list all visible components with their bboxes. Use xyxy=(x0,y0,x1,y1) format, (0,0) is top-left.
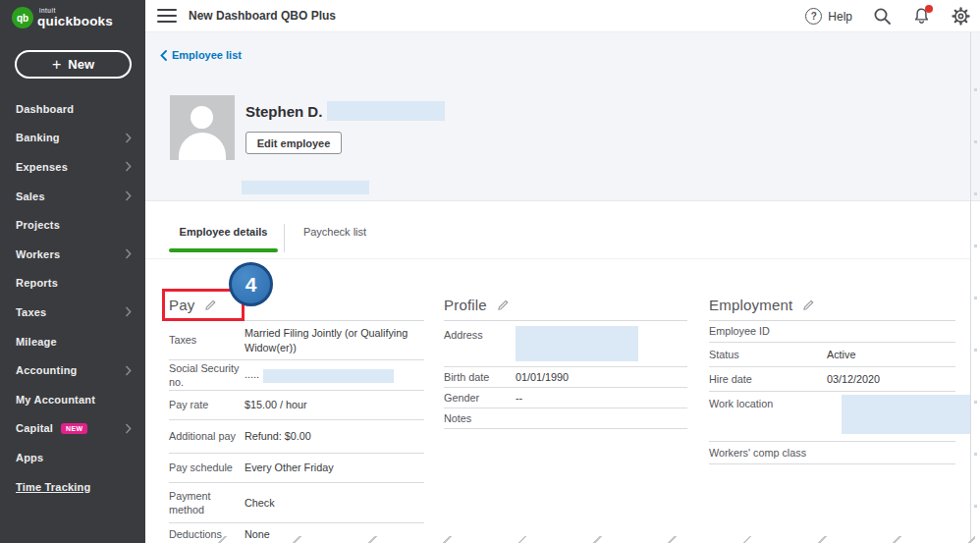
sidebar-item-apps[interactable]: Apps xyxy=(0,443,145,472)
detail-row-hire-date: Hire date03/12/2020 xyxy=(709,367,955,392)
sidebar-item-label: Projects xyxy=(16,219,60,231)
detail-label: Work location xyxy=(709,392,827,410)
sidebar-item-banking[interactable]: Banking xyxy=(0,124,145,153)
sidebar-item-dashboard[interactable]: Dashboard xyxy=(0,94,145,124)
detail-value: -- xyxy=(516,391,687,405)
detail-value-text: $15.00 / hour xyxy=(245,399,307,410)
tab-employee-details[interactable]: Employee details xyxy=(169,226,278,238)
plus-icon: + xyxy=(52,57,61,73)
scrollbar-track-line[interactable] xyxy=(970,32,971,543)
help-icon: ? xyxy=(805,8,822,25)
detail-value: ..... xyxy=(245,367,424,382)
chevron-left-icon xyxy=(160,50,167,61)
quickbooks-app: qb intuit quickbooks + New DashboardBank… xyxy=(0,0,980,543)
detail-value-text: 01/01/1990 xyxy=(516,371,569,383)
detail-value xyxy=(827,392,970,434)
sidebar: qb intuit quickbooks + New DashboardBank… xyxy=(0,0,145,543)
employee-avatar xyxy=(170,95,235,160)
detail-value-text: 03/12/2020 xyxy=(827,373,880,385)
sidebar-item-sales[interactable]: Sales xyxy=(0,182,145,211)
sidebar-item-my-accountant[interactable]: My Accountant xyxy=(0,385,145,414)
detail-row-status: StatusActive xyxy=(709,343,955,367)
detail-value-text: Refund: $0.00 xyxy=(245,430,311,442)
detail-row-pay-rate: Pay rate$15.00 / hour xyxy=(169,391,424,420)
sidebar-item-label: Reports xyxy=(16,277,58,289)
active-tab-underline xyxy=(169,248,278,252)
detail-value: Every Other Friday xyxy=(245,461,424,474)
detail-value: 03/12/2020 xyxy=(827,372,955,386)
avatar-head xyxy=(191,106,213,129)
notification-dot xyxy=(925,5,933,13)
pay-section: Pay TaxesMarried Filing Jointly (or Qual… xyxy=(169,290,424,543)
back-to-employee-list-link[interactable]: Employee list xyxy=(160,49,242,61)
sidebar-item-reports[interactable]: Reports xyxy=(0,269,145,299)
detail-row-work-location: Work location xyxy=(709,392,955,442)
profile-rows: AddressBirth date01/01/1990Gender--Notes xyxy=(444,321,687,429)
sidebar-item-label: Sales xyxy=(16,190,45,202)
detail-value: Refund: $0.00 xyxy=(245,429,424,443)
sidebar-item-time-tracking[interactable]: Time Tracking xyxy=(0,472,145,502)
detail-value xyxy=(516,321,687,361)
new-button-label: New xyxy=(68,57,94,72)
detail-value: $15.00 / hour xyxy=(245,398,424,411)
redacted-data xyxy=(263,369,394,383)
detail-label: Hire date xyxy=(709,372,827,386)
sidebar-item-projects[interactable]: Projects xyxy=(0,210,145,240)
settings-gear-icon[interactable] xyxy=(952,7,970,26)
sidebar-item-accounting[interactable]: Accounting xyxy=(0,355,145,385)
new-badge: NEW xyxy=(61,423,87,434)
sidebar-item-label: Dashboard xyxy=(16,103,74,115)
detail-value-text: -- xyxy=(516,392,522,404)
detail-row-workers-comp-class: Workers' comp class xyxy=(709,442,955,464)
detail-value: 01/01/1990 xyxy=(516,370,687,384)
search-icon[interactable] xyxy=(873,7,892,26)
edit-profile-pencil-icon[interactable] xyxy=(496,299,510,312)
employment-section-title: Employment xyxy=(709,297,792,313)
edit-employment-pencil-icon[interactable] xyxy=(801,299,815,312)
sidebar-item-label: Workers xyxy=(16,248,60,260)
redacted-name-suffix xyxy=(327,101,445,121)
sidebar-item-taxes[interactable]: Taxes xyxy=(0,298,145,327)
notifications-bell-icon[interactable] xyxy=(912,7,931,26)
detail-value-text: Check xyxy=(245,497,275,509)
employee-header-panel: Employee list Stephen D. Edit employee xyxy=(145,32,980,201)
new-button[interactable]: + New xyxy=(15,50,132,79)
detail-label: Payment method xyxy=(169,489,245,516)
sidebar-item-label: Accounting xyxy=(16,364,78,376)
pay-rows: TaxesMarried Filing Jointly (or Qualifyi… xyxy=(169,321,424,543)
employee-name: Stephen D. xyxy=(245,103,322,120)
detail-label: Taxes xyxy=(169,333,245,347)
sidebar-item-workers[interactable]: Workers xyxy=(0,240,145,269)
detail-label: Birth date xyxy=(444,370,516,384)
sidebar-item-label: Apps xyxy=(16,452,43,463)
sidebar-item-mileage[interactable]: Mileage xyxy=(0,327,145,356)
detail-label: Status xyxy=(709,348,827,361)
sidebar-item-label: Time Tracking xyxy=(16,481,90,493)
hamburger-menu-icon[interactable] xyxy=(157,9,177,23)
edit-employee-button[interactable]: Edit employee xyxy=(245,132,342,154)
redacted-data xyxy=(516,326,638,361)
sidebar-item-label: Taxes xyxy=(16,306,46,318)
employment-section: Employment Employee IDStatusActiveHire d… xyxy=(709,290,955,464)
quickbooks-logo[interactable]: qb intuit quickbooks xyxy=(12,7,113,28)
sidebar-item-expenses[interactable]: Expenses xyxy=(0,152,145,182)
redacted-subtitle xyxy=(242,181,369,194)
sidebar-item-capital[interactable]: CapitalNEW xyxy=(0,414,145,444)
detail-row-notes: Notes xyxy=(444,408,687,429)
employment-section-header: Employment xyxy=(709,290,955,321)
detail-value: Check xyxy=(245,496,424,510)
chevron-right-icon xyxy=(125,161,133,172)
profile-section-title: Profile xyxy=(444,297,487,313)
qb-monogram-icon: qb xyxy=(12,7,33,28)
detail-row-gender: Gender-- xyxy=(444,388,687,408)
tab-baseline xyxy=(145,258,970,259)
employment-rows: Employee IDStatusActiveHire date03/12/20… xyxy=(709,321,955,464)
detail-value: Married Filing Jointly (or Qualifying Wi… xyxy=(245,326,424,353)
tab-paycheck-list[interactable]: Paycheck list xyxy=(295,226,375,238)
detail-value-text: Active xyxy=(827,349,855,360)
detail-row-employee-id: Employee ID xyxy=(709,321,955,343)
avatar-torso xyxy=(179,133,226,160)
detail-row-payment-method: Payment methodCheck xyxy=(169,483,424,523)
help-button[interactable]: ? Help xyxy=(805,8,852,25)
detail-value: Active xyxy=(827,348,955,361)
